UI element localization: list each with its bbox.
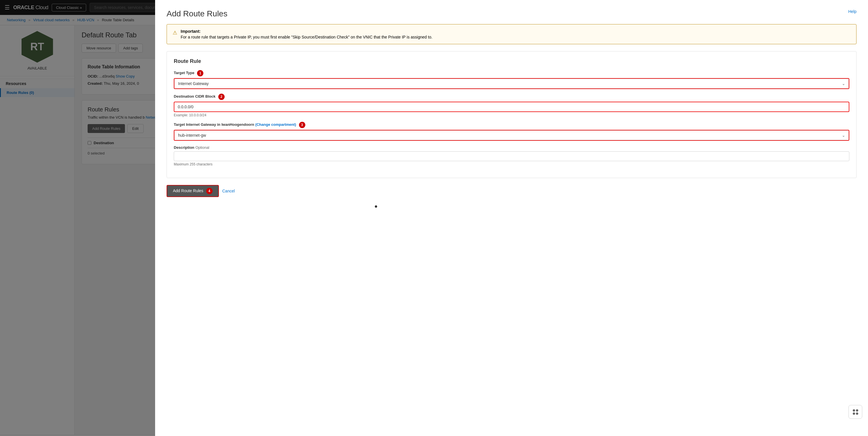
help-widget-icon <box>853 409 858 415</box>
modal-overlay: Add Route Rules Help ⚠ Important: For a … <box>0 0 868 436</box>
help-dot-2 <box>856 409 858 412</box>
warning-message: For a route rule that targets a Private … <box>181 35 432 39</box>
target-gateway-compartment: IwanHoogendoorn <box>221 122 254 127</box>
warning-title: Important: <box>181 29 432 34</box>
step-3-badge: 3 <box>299 122 305 128</box>
destination-cidr-group: Destination CIDR Block 2 Example: 10.0.0… <box>174 94 849 117</box>
help-dot-4 <box>856 412 858 415</box>
modal-footer: Add Route Rules 4 Cancel <box>166 185 857 197</box>
help-dot-1 <box>853 409 855 412</box>
description-group: Description Optional Maximum 255 charact… <box>174 145 849 166</box>
modal-title: Add Route Rules <box>166 9 857 19</box>
target-gateway-label: Target Internet Gateway in IwanHoogendoo… <box>174 122 849 128</box>
destination-cidr-hint: Example: 10.0.0.0/24 <box>174 113 849 117</box>
overlay-spacer <box>0 0 155 436</box>
warning-banner: ⚠ Important: For a route rule that targe… <box>166 24 857 44</box>
target-gateway-group: Target Internet Gateway in IwanHoogendoo… <box>174 122 849 141</box>
target-type-select[interactable]: Internet Gateway <box>174 79 849 89</box>
description-label: Description Optional <box>174 145 849 150</box>
destination-cidr-input[interactable] <box>174 102 849 112</box>
modal-add-route-rules-button[interactable]: Add Route Rules 4 <box>166 185 219 197</box>
target-type-label: Target Type 1 <box>174 70 849 76</box>
warning-icon: ⚠ <box>173 30 177 39</box>
cancel-button[interactable]: Cancel <box>222 189 235 193</box>
change-compartment-link[interactable]: (Change compartment) <box>255 122 296 127</box>
help-dot-3 <box>853 412 855 415</box>
route-rule-title: Route Rule <box>174 58 849 64</box>
target-gateway-select-wrapper: hub-internet-gw <box>174 130 849 141</box>
step-4-badge: 4 <box>206 188 213 194</box>
target-gateway-select[interactable]: hub-internet-gw <box>174 130 849 140</box>
target-type-select-wrapper: Internet Gateway <box>174 78 849 89</box>
warning-content: Important: For a route rule that targets… <box>181 29 432 39</box>
target-type-group: Target Type 1 Internet Gateway <box>174 70 849 89</box>
description-hint: Maximum 255 characters <box>174 162 849 166</box>
destination-cidr-label: Destination CIDR Block 2 <box>174 94 849 100</box>
step-1-badge: 1 <box>197 70 204 76</box>
description-input[interactable] <box>174 151 849 161</box>
step-2-badge: 2 <box>218 94 225 100</box>
modal-help-link[interactable]: Help <box>848 9 857 14</box>
help-widget[interactable] <box>848 405 862 419</box>
modal-panel: Add Route Rules Help ⚠ Important: For a … <box>155 0 868 436</box>
route-rule-card: Route Rule Target Type 1 Internet Gatewa… <box>166 51 857 178</box>
